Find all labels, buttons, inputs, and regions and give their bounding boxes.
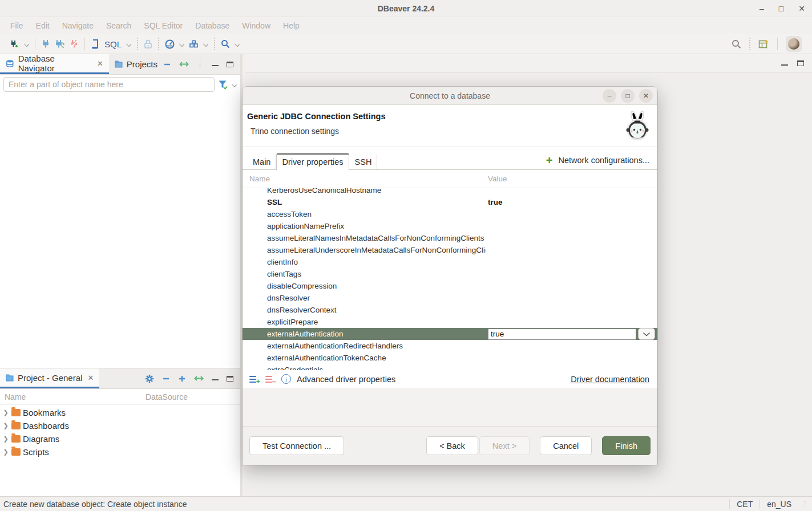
finish-button[interactable]: Finish <box>602 436 651 455</box>
menu-navigate[interactable]: Navigate <box>56 19 99 33</box>
network-configurations-button[interactable]: Network configurations... <box>558 156 649 165</box>
tree-item-dashboards[interactable]: ❯Dashboards <box>0 419 240 432</box>
quick-search-icon[interactable] <box>732 39 741 49</box>
expand-chevron-icon[interactable]: ❯ <box>2 409 9 416</box>
dialog-minimize-icon[interactable]: – <box>603 89 616 103</box>
search-metadata-icon[interactable] <box>221 39 230 48</box>
properties-toolbar: + – i Advanced driver properties Driver … <box>243 370 657 388</box>
property-row-applicationNamePrefix[interactable]: applicationNamePrefix <box>243 220 657 232</box>
next-button[interactable]: Next > <box>479 436 530 455</box>
menu-sql-editor[interactable]: SQL Editor <box>138 19 188 33</box>
tree-item-bookmarks[interactable]: ❯Bookmarks <box>0 406 240 419</box>
dialog-tab-main[interactable]: Main <box>247 154 276 169</box>
search-dropdown-icon[interactable] <box>235 42 240 47</box>
property-row-dnsResolverContext[interactable]: dnsResolverContext <box>243 304 657 316</box>
cancel-button[interactable]: Cancel <box>540 436 592 455</box>
column-header-name[interactable]: Name <box>243 175 488 183</box>
dashboard-icon[interactable] <box>165 39 175 49</box>
minimize-view-icon[interactable] <box>212 65 219 67</box>
menu-help[interactable]: Help <box>277 19 305 33</box>
locale-indicator[interactable]: en_US <box>760 499 798 509</box>
disconnect-icon[interactable] <box>70 39 79 48</box>
reconnect-icon[interactable] <box>55 39 65 48</box>
property-row-externalAuthentication[interactable]: externalAuthentication <box>243 328 657 340</box>
expand-chevron-icon[interactable]: ❯ <box>2 435 9 443</box>
sql-editor-dropdown-icon[interactable] <box>126 42 131 47</box>
property-row-SSL[interactable]: SSLtrue <box>243 196 657 208</box>
property-row-clientInfo[interactable]: clientInfo <box>243 256 657 268</box>
menu-file[interactable]: File <box>5 19 29 33</box>
tree-item-diagrams[interactable]: ❯Diagrams <box>0 432 240 445</box>
tab-project-general[interactable]: Project - General ✕ <box>0 368 99 388</box>
property-row-dnsResolver[interactable]: dnsResolver <box>243 292 657 304</box>
column-header-datasource[interactable]: DataSource <box>146 392 188 402</box>
filter-dropdown-icon[interactable] <box>232 82 237 87</box>
dialog-close-icon[interactable]: ✕ <box>639 89 653 103</box>
property-row-clientTags[interactable]: clientTags <box>243 268 657 280</box>
timezone-indicator[interactable]: CET <box>729 499 760 509</box>
menu-search[interactable]: Search <box>100 19 137 33</box>
transfer-icon[interactable] <box>189 40 199 48</box>
user-avatar[interactable] <box>786 36 802 52</box>
menu-window[interactable]: Window <box>236 19 276 33</box>
tab-close-icon[interactable]: ✕ <box>97 59 103 68</box>
minimize-view-icon[interactable] <box>212 379 219 381</box>
new-connection-dropdown-icon[interactable] <box>24 42 29 47</box>
expand-chevron-icon[interactable]: ❯ <box>2 448 9 456</box>
property-value-input[interactable] <box>488 328 636 340</box>
column-header-name[interactable]: Name <box>0 392 146 402</box>
property-row-extraCredentials[interactable]: extraCredentials <box>243 364 657 370</box>
link-with-editor-icon[interactable] <box>194 375 204 382</box>
tab-database-navigator[interactable]: Database Navigator ✕ <box>0 54 109 74</box>
column-header-value[interactable]: Value <box>488 175 507 183</box>
property-row-externalAuthenticationRedirectHandlers[interactable]: externalAuthenticationRedirectHandlers <box>243 340 657 352</box>
tab-projects[interactable]: Projects <box>109 54 163 74</box>
back-button[interactable]: < Back <box>426 436 478 455</box>
expand-chevron-icon[interactable]: ❯ <box>2 422 9 429</box>
property-row-assumeLiteralNamesInMetadataCallsForNonConformingClients[interactable]: assumeLiteralNamesInMetadataCallsForNonC… <box>243 232 657 244</box>
dialog-titlebar: Connect to a database – □ ✕ <box>243 87 657 105</box>
window-maximize-icon[interactable]: □ <box>779 4 783 13</box>
window-close-icon[interactable]: ✕ <box>798 4 805 13</box>
projects-icon <box>115 60 123 68</box>
window-minimize-icon[interactable]: – <box>760 4 764 13</box>
tab-close-icon[interactable]: ✕ <box>87 374 94 382</box>
remove-property-icon[interactable]: – <box>265 375 276 383</box>
maximize-view-icon[interactable] <box>227 376 233 382</box>
property-row-KerberosUseCanonicalHostname[interactable]: KerberosUseCanonicalHostname <box>243 188 657 196</box>
filter-icon[interactable] <box>218 80 228 90</box>
menu-edit[interactable]: Edit <box>30 19 55 33</box>
view-menu-icon[interactable]: ⋮ <box>197 60 204 68</box>
dashboard-dropdown-icon[interactable] <box>179 42 184 47</box>
property-row-externalAuthenticationTokenCache[interactable]: externalAuthenticationTokenCache <box>243 352 657 364</box>
add-property-icon[interactable]: + <box>249 375 260 383</box>
dialog-tab-driver-properties[interactable]: Driver properties <box>276 153 349 170</box>
dialog-maximize-icon[interactable]: □ <box>621 89 635 103</box>
sql-editor-icon[interactable] <box>91 39 100 49</box>
add-network-config-icon[interactable]: + <box>546 156 553 164</box>
link-with-editor-icon[interactable] <box>179 60 189 68</box>
property-row-disableCompression[interactable]: disableCompression <box>243 280 657 292</box>
object-filter-input[interactable] <box>3 77 215 92</box>
maximize-view-icon[interactable] <box>227 62 233 67</box>
property-row-assumeLiteralUnderscoreInMetadataCallsForNonConformingClients[interactable]: assumeLiteralUnderscoreInMetadataCallsFo… <box>243 244 657 256</box>
collapse-all-icon[interactable] <box>162 375 170 383</box>
new-connection-icon[interactable] <box>9 39 19 49</box>
connect-icon[interactable] <box>41 39 50 48</box>
settings-gear-icon[interactable] <box>145 374 154 383</box>
collapse-all-icon[interactable] <box>163 60 171 68</box>
property-row-accessToken[interactable]: accessToken <box>243 208 657 220</box>
dialog-tab-ssh[interactable]: SSH <box>349 154 378 169</box>
sql-editor-label[interactable]: SQL <box>104 39 122 49</box>
tree-item-scripts[interactable]: ❯Scripts <box>0 445 240 459</box>
driver-documentation-link[interactable]: Driver documentation <box>571 375 649 384</box>
test-connection-button[interactable]: Test Connection ... <box>249 436 344 455</box>
property-row-explicitPrepare[interactable]: explicitPrepare <box>243 316 657 328</box>
open-perspective-icon[interactable] <box>758 39 769 49</box>
expand-all-icon[interactable] <box>178 375 186 383</box>
transfer-dropdown-icon[interactable] <box>203 42 208 47</box>
maximize-editor-icon[interactable] <box>797 60 804 66</box>
menu-database[interactable]: Database <box>189 19 235 33</box>
minimize-editor-icon[interactable] <box>781 64 788 66</box>
value-dropdown-button[interactable] <box>638 328 655 340</box>
